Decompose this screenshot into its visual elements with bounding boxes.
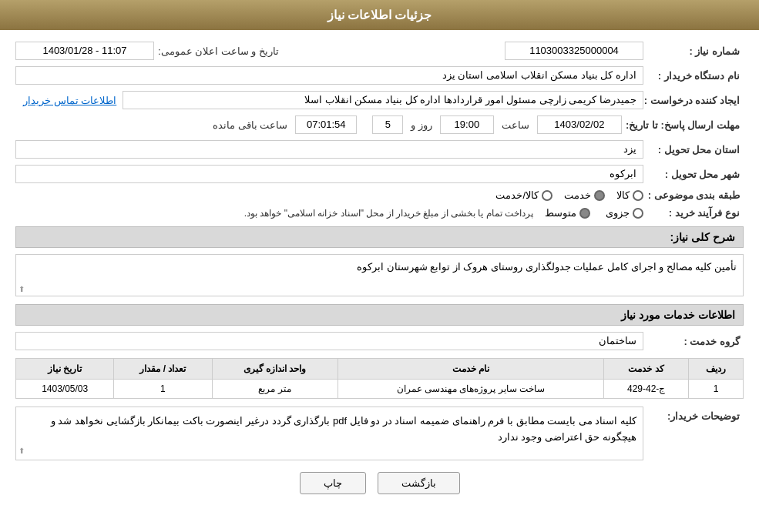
shahr-value: ابرکوه	[15, 165, 643, 183]
rooz-label: روز و	[411, 119, 432, 131]
noefarayand-jozvi-item[interactable]: جزوی	[606, 207, 643, 219]
baqiSaat-label: ساعت باقی مانده	[213, 119, 287, 131]
grohe-khadamat-value: ساختمان	[15, 332, 643, 350]
noefarayand-desc: پرداخت تمام یا بخشی از مبلغ خریدار از مح…	[244, 208, 533, 219]
tabaqe-khadamat-radio[interactable]	[594, 190, 605, 201]
etelaatTamas-link[interactable]: اطلاعات تماس خریدار	[23, 95, 116, 106]
noefarayand-jozvi-radio[interactable]	[633, 208, 643, 219]
col-tarikh: تاریخ نیاز	[16, 359, 114, 380]
tabaqe-options: کالا خدمت کالا/خدمت	[495, 189, 643, 201]
sharh-section-title: شرح کلی نیاز:	[15, 226, 744, 248]
noefarayand-options: جزوی متوسط	[545, 207, 643, 219]
tabaqe-kala-item[interactable]: کالا	[616, 189, 643, 201]
tabaqe-label: طبقه بندی موضوعی :	[643, 189, 744, 201]
cell-tarikh: 1403/05/03	[16, 380, 114, 399]
service-table: ردیف کد خدمت نام خدمت واحد اندازه گیری ت…	[15, 358, 744, 399]
noefarayand-motovaset-radio[interactable]	[579, 208, 590, 219]
table-row: 1 ج-42-429 ساخت سایر پروژه‌های مهندسی عم…	[16, 380, 744, 399]
page-header: جزئیات اطلاعات نیاز	[0, 0, 759, 30]
khadamat-section-title: اطلاعات خدمات مورد نیاز	[15, 304, 744, 326]
page-title: جزئیات اطلاعات نیاز	[327, 8, 432, 22]
baqi-saat-value: 07:01:54	[295, 115, 357, 134]
button-row: چاپ بازگشت	[15, 472, 744, 494]
cell-kod: ج-42-429	[604, 380, 689, 399]
cell-radif: 1	[688, 380, 743, 399]
cell-name: ساخت سایر پروژه‌های مهندسی عمران	[338, 380, 604, 399]
noefarayand-label: نوع فرآیند خرید :	[643, 207, 744, 219]
bazgasht-button[interactable]: بازگشت	[378, 472, 460, 494]
col-name: نام خدمت	[338, 359, 604, 380]
tarikheElan-label: تاریخ و ساعت اعلان عمومی:	[158, 45, 279, 57]
shomareNiaz-label: شماره نیاز :	[643, 45, 744, 57]
tozi-value: کلیه اسناد می بایست مطابق با فرم راهنمای…	[15, 407, 643, 460]
grohe-khadamat-label: گروه خدمت :	[643, 336, 744, 347]
ostan-value: یزد	[15, 140, 643, 159]
namDastgah-label: نام دستگاه خریدار :	[643, 70, 744, 82]
ostan-label: استان محل تحویل :	[643, 144, 744, 156]
cell-vahed: متر مربع	[212, 380, 338, 399]
mohlat-label: مهلت ارسال پاسخ: تا تاریخ:	[626, 119, 744, 131]
col-kod: کد خدمت	[604, 359, 689, 380]
tabaqe-khadamat-item[interactable]: خدمت	[564, 189, 605, 201]
tabaqe-kala-khadamat-radio[interactable]	[542, 190, 552, 201]
cell-tedad: 1	[114, 380, 212, 399]
col-tedad: تعداد / مقدار	[114, 359, 212, 380]
tabaqe-kala-khadamat-label: کالا/خدمت	[495, 189, 539, 201]
noefarayand-jozvi-label: جزوی	[606, 207, 630, 219]
ijadKonande-value: جمیدرضا کریمی زارچی مسئول امور قراردادها…	[123, 91, 643, 109]
namDastgah-value: اداره کل بنیاد مسکن انقلاب اسلامی استان …	[15, 66, 643, 85]
sharh-value: تأمین کلیه مصالح و اجرای کامل عملیات جدو…	[15, 254, 744, 296]
tarikheElan-value: 1403/01/28 - 11:07	[15, 42, 154, 60]
tozi-label: توضیحات خریدار:	[643, 407, 744, 460]
chap-button[interactable]: چاپ	[300, 472, 366, 494]
tabaqe-khadamat-label: خدمت	[564, 189, 591, 201]
mohlat-date: 1403/02/02	[537, 115, 622, 134]
mohlat-rooz: 5	[372, 115, 403, 134]
tabaqe-kala-khadamat-item[interactable]: کالا/خدمت	[495, 189, 552, 201]
col-radif: ردیف	[688, 359, 743, 380]
noefarayand-motovaset-label: متوسط	[545, 207, 576, 219]
col-vahed: واحد اندازه گیری	[212, 359, 338, 380]
shahr-label: شهر محل تحویل :	[643, 169, 744, 180]
noefarayand-motovaset-item[interactable]: متوسط	[545, 207, 590, 219]
saat-label: ساعت	[502, 119, 529, 131]
shomareNiaz-value: 1103003325000004	[505, 42, 643, 60]
ijadKonande-label: ایجاد کننده درخواست :	[643, 95, 744, 106]
tabaqe-kala-label: کالا	[616, 189, 630, 201]
tabaqe-kala-radio[interactable]	[633, 190, 643, 201]
mohlat-saat: 19:00	[440, 115, 494, 134]
